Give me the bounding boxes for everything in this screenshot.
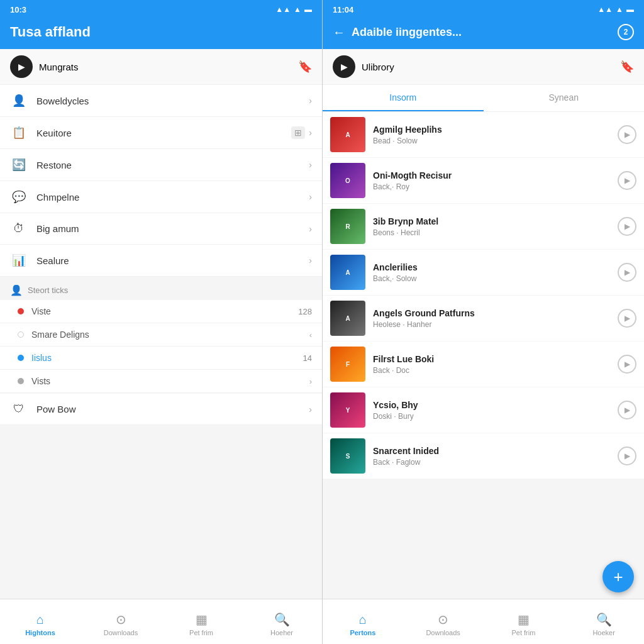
track-sub-2: Back,· Roy xyxy=(373,182,618,191)
track-info-5: Angels Ground Patfurns Heolese · Hanher xyxy=(373,308,618,329)
play-circle-6[interactable]: ▶ xyxy=(618,355,636,374)
tab-insorm[interactable]: Insorm xyxy=(323,85,484,111)
sub-items-1: Viste 128 Smare Deligns ‹ Iislus 14 Vist… xyxy=(0,300,322,393)
sub-label-vists: Vists xyxy=(31,376,309,386)
section-person-icon: 👤 xyxy=(10,284,23,296)
nav-item-downloads-1[interactable]: ⊙ Downloads xyxy=(80,607,161,636)
chat-icon: 💬 xyxy=(10,190,28,204)
bullet-viste xyxy=(18,308,24,314)
play-circle-1[interactable]: ▶ xyxy=(618,125,636,144)
track-thumb-5: A xyxy=(330,301,365,336)
track-item-6[interactable]: F Filrst Lue Boki Back · Doc ▶ xyxy=(323,341,644,387)
chart-icon: 📊 xyxy=(10,253,28,267)
sub-label-smare: Smare Deligns xyxy=(31,330,309,340)
sub-item-viste[interactable]: Viste 128 xyxy=(0,300,322,323)
play-button-2[interactable]: ▶ xyxy=(333,55,355,78)
now-playing-left-2: ▶ Ulibrory xyxy=(333,55,394,78)
home-icon-2: ⌂ xyxy=(359,613,367,627)
chevron-icon-6: › xyxy=(309,255,312,265)
nav-label-hightons: Hightons xyxy=(25,629,55,636)
nav-item-hightons[interactable]: ⌂ Hightons xyxy=(0,608,80,636)
track-thumb-1: A xyxy=(330,117,365,152)
nav-item-petfrim-2[interactable]: ▦ Pet frim xyxy=(484,607,564,636)
track-item-1[interactable]: A Agmilg Heeplihs Bead · Solow ▶ xyxy=(323,112,644,157)
download-icon-2: ⊙ xyxy=(438,612,448,627)
refresh-icon: 🔄 xyxy=(10,158,28,172)
play-circle-8[interactable]: ▶ xyxy=(618,447,636,465)
track-item-5[interactable]: A Angels Ground Patfurns Heolese · Hanhe… xyxy=(323,296,644,341)
menu-item-keuitore[interactable]: 📋 Keuitore ⊞ › xyxy=(0,117,322,149)
header-2: ← Adaible iinggentes... 2 xyxy=(323,18,644,49)
bookmark-icon-1[interactable]: 🔖 xyxy=(298,60,312,74)
fab-button[interactable]: + xyxy=(602,561,634,592)
track-thumb-6: F xyxy=(330,347,365,382)
status-time-2: 11:04 xyxy=(333,5,353,14)
list-icon: 📋 xyxy=(10,126,28,140)
nav-item-petfrim-1[interactable]: ▦ Pet frim xyxy=(161,607,242,636)
sub-chevron-smare: ‹ xyxy=(309,330,312,340)
bottom-nav-2: ⌂ Pertons ⊙ Downloads ▦ Pet frim 🔍 Hoeke… xyxy=(323,599,644,644)
section-header-1: 👤 Steort ticks xyxy=(0,277,322,300)
track-item-2[interactable]: O Oni-Mogth Recisur Back,· Roy ▶ xyxy=(323,158,644,203)
sub-chevron-vists: › xyxy=(309,377,312,386)
sub-count-iislus: 14 xyxy=(303,353,312,363)
track-item-7[interactable]: Y Ycsio, Bhy Doski · Bury ▶ xyxy=(323,387,644,433)
now-playing-bar-1[interactable]: ▶ Mungrats 🔖 xyxy=(0,49,322,85)
sub-item-vists[interactable]: Vists › xyxy=(0,370,322,393)
powbow-icon: 🛡 xyxy=(10,402,28,416)
track-thumb-4: A xyxy=(330,255,365,290)
menu-item-restone[interactable]: 🔄 Restone › xyxy=(0,149,322,181)
back-button[interactable]: ← xyxy=(333,25,345,40)
track-item-8[interactable]: S Snarcent Inided Back · Faglow ▶ xyxy=(323,433,644,479)
menu-item-bigamum[interactable]: ⏱ Big amum › xyxy=(0,213,322,245)
track-item-3[interactable]: R 3ib Brynp Matel Beons · Hecril ▶ xyxy=(323,204,644,249)
search-icon-2: 🔍 xyxy=(596,612,612,627)
track-title-5: Angels Ground Patfurns xyxy=(373,308,618,318)
track-sub-7: Doski · Bury xyxy=(373,412,618,421)
nav-label-downloads-2: Downloads xyxy=(426,629,460,636)
play-circle-3[interactable]: ▶ xyxy=(618,217,636,236)
track-title-7: Ycsio, Bhy xyxy=(373,400,618,410)
status-icons-2: ▲▲ ▲ ▬ xyxy=(597,5,634,14)
track-title-4: Anclerilies xyxy=(373,262,618,272)
track-item-4[interactable]: A Anclerilies Back,· Solow ▶ xyxy=(323,250,644,295)
bookmark-icon-2[interactable]: 🔖 xyxy=(620,60,634,74)
play-circle-5[interactable]: ▶ xyxy=(618,309,636,328)
play-circle-7[interactable]: ▶ xyxy=(618,401,636,419)
sub-item-iislus[interactable]: Iislus 14 xyxy=(0,347,322,370)
play-circle-4[interactable]: ▶ xyxy=(618,263,636,282)
nav-label-petfrim-2: Pet frim xyxy=(511,629,535,636)
bullet-vists xyxy=(18,378,24,384)
now-playing-track-2: Ulibrory xyxy=(362,62,394,72)
chevron-icon-4: › xyxy=(309,192,312,202)
nav-item-hoeker[interactable]: 🔍 Hoeker xyxy=(564,607,644,636)
menu-item-chmpelne[interactable]: 💬 Chmpelne › xyxy=(0,181,322,213)
play-circle-2[interactable]: ▶ xyxy=(618,171,636,190)
menu-extra-2: ⊞ › xyxy=(291,126,312,139)
search-icon-1: 🔍 xyxy=(274,612,290,627)
play-button-1[interactable]: ▶ xyxy=(10,55,33,78)
nav-label-pertons: Pertons xyxy=(350,629,375,636)
tab-synean[interactable]: Synean xyxy=(484,85,645,111)
nav-item-hoeher[interactable]: 🔍 Hoeher xyxy=(242,607,322,636)
header-title-1: Tusa affland xyxy=(10,24,91,40)
track-sub-6: Back · Doc xyxy=(373,366,618,375)
chevron-icon-1: › xyxy=(309,96,312,106)
nav-item-pertons[interactable]: ⌂ Pertons xyxy=(323,608,403,636)
now-playing-bar-2[interactable]: ▶ Ulibrory 🔖 xyxy=(323,49,644,85)
bullet-iislus xyxy=(18,355,24,361)
sub-label-viste: Viste xyxy=(31,306,298,316)
track-info-6: Filrst Lue Boki Back · Doc xyxy=(373,354,618,375)
menu-item-powbow[interactable]: 🛡 Pow Bow › xyxy=(0,394,322,425)
mobile-icon-2: ▦ xyxy=(518,612,530,627)
phone-1: 10:3 ▲▲ ▲ ▬ Tusa affland ▶ Mungrats 🔖 👤 … xyxy=(0,0,322,644)
nav-item-downloads-2[interactable]: ⊙ Downloads xyxy=(403,607,484,636)
signal-icon-2: ▲▲ xyxy=(597,5,613,14)
chevron-powbow: › xyxy=(309,404,312,414)
track-thumb-2: O xyxy=(330,163,365,198)
menu-item-boweldycles[interactable]: 👤 Boweldycles › xyxy=(0,85,322,117)
menu-item-sealure[interactable]: 📊 Sealure › xyxy=(0,245,322,277)
sub-item-smare[interactable]: Smare Deligns ‹ xyxy=(0,323,322,347)
now-playing-track-1: Mungrats xyxy=(39,62,79,72)
status-bar-1: 10:3 ▲▲ ▲ ▬ xyxy=(0,0,322,18)
